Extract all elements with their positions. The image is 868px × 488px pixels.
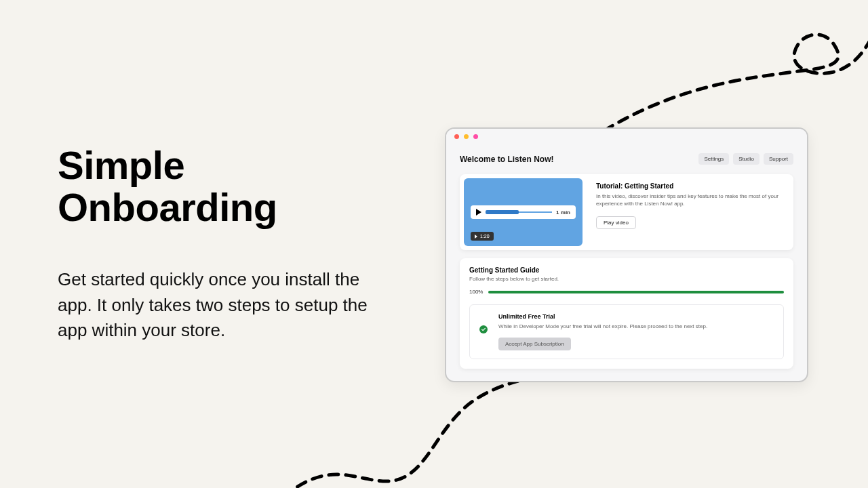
progress-bar — [488, 291, 784, 293]
titlebar — [446, 129, 807, 144]
play-icon — [475, 235, 477, 239]
header-buttons: Settings Studio Support — [698, 153, 793, 165]
marketing-copy: Simple Onboarding Get started quickly on… — [58, 144, 383, 344]
badge-time: 1:20 — [480, 234, 490, 239]
close-icon — [454, 134, 459, 139]
getting-started-guide: Getting Started Guide Follow the steps b… — [460, 258, 793, 369]
headline: Simple Onboarding — [58, 144, 383, 229]
accept-subscription-button[interactable]: Accept App Subscription — [498, 338, 571, 350]
app-title: Welcome to Listen Now! — [460, 155, 553, 164]
browser-window: Welcome to Listen Now! Settings Studio S… — [445, 127, 808, 382]
settings-button[interactable]: Settings — [698, 153, 729, 165]
duration-badge: 1:20 — [471, 232, 494, 241]
play-icon — [476, 209, 481, 216]
minimize-icon — [464, 134, 469, 139]
studio-button[interactable]: Studio — [733, 153, 760, 165]
progress-row: 100% — [469, 289, 784, 295]
play-video-button[interactable]: Play video — [596, 216, 636, 229]
video-description: In this video, discover insider tips and… — [596, 193, 784, 208]
video-strip-time: 1 min — [556, 209, 570, 216]
headline-line1: Simple — [58, 143, 184, 187]
support-button[interactable]: Support — [764, 153, 793, 165]
video-thumbnail[interactable]: 1 min 1:20 — [464, 178, 583, 246]
subtext: Get started quickly once you install the… — [58, 267, 383, 344]
step-description: While in Developer Mode your free trial … — [498, 323, 774, 329]
check-icon — [479, 325, 488, 333]
guide-subtitle: Follow the steps below to get started. — [469, 276, 784, 282]
maximize-icon — [473, 134, 478, 139]
headline-line2: Onboarding — [58, 185, 277, 229]
guide-step: Unlimited Free Trial While in Developer … — [469, 304, 784, 359]
progress-percent: 100% — [469, 289, 483, 295]
step-title: Unlimited Free Trial — [498, 313, 774, 320]
scrub-bar — [486, 211, 552, 213]
tutorial-video-card: 1 min 1:20 Tutorial: Getting Started In … — [460, 174, 793, 250]
video-scrubber: 1 min — [471, 205, 576, 219]
video-title: Tutorial: Getting Started — [596, 182, 784, 190]
guide-title: Getting Started Guide — [469, 266, 784, 274]
